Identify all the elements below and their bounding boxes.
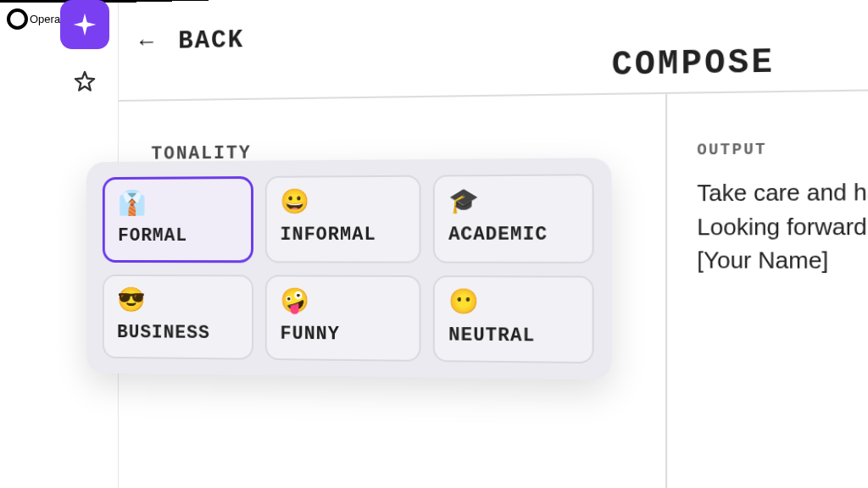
grinning-face-icon: 😀: [280, 190, 309, 214]
star-outline-icon: [73, 69, 97, 93]
output-text: Take care and ha Looking forward [Your N…: [697, 175, 868, 279]
sidebar-ai-button[interactable]: [60, 0, 109, 49]
sparkle-icon: [71, 11, 98, 38]
output-label: OUTPUT: [697, 138, 868, 159]
graduation-cap-icon: 🎓: [448, 189, 479, 214]
main-content: ← BACK COMPOSE TONALITY 👔 FORMAL 😀 INFOR…: [119, 0, 868, 488]
tonality-option-label: INFORMAL: [280, 224, 376, 246]
tonality-option-label: FORMAL: [118, 225, 187, 247]
no-mouth-face-icon: 😶: [448, 290, 479, 314]
tonality-option-label: NEUTRAL: [448, 324, 535, 347]
opera-logo: Opera: [7, 8, 60, 30]
tonality-option-neutral[interactable]: 😶 NEUTRAL: [433, 275, 594, 363]
tonality-option-label: FUNNY: [280, 323, 340, 345]
necktie-icon: 👔: [118, 191, 147, 215]
sunglasses-face-icon: 😎: [117, 288, 146, 312]
tonality-option-business[interactable]: 😎 BUSINESS: [103, 274, 253, 360]
tonality-option-academic[interactable]: 🎓 ACADEMIC: [433, 174, 594, 263]
opera-logo-icon: [7, 8, 28, 30]
tonality-picker: 👔 FORMAL 😀 INFORMAL 🎓 ACADEMIC 😎 BUSINES…: [86, 158, 612, 380]
tonality-option-formal[interactable]: 👔 FORMAL: [103, 176, 253, 263]
sidebar-favorites-button[interactable]: [71, 68, 98, 95]
zany-face-icon: 🤪: [280, 289, 309, 313]
back-arrow-icon: ←: [135, 28, 158, 56]
tonality-option-funny[interactable]: 🤪 FUNNY: [265, 274, 421, 361]
tonality-option-informal[interactable]: 😀 INFORMAL: [265, 175, 421, 263]
tonality-option-label: ACADEMIC: [448, 224, 548, 246]
output-panel: OUTPUT Take care and ha Looking forward …: [665, 87, 868, 488]
page-title: COMPOSE: [612, 43, 776, 85]
back-label: BACK: [178, 25, 244, 56]
opera-brand-name: Opera: [30, 13, 60, 25]
tonality-option-label: BUSINESS: [117, 322, 210, 344]
